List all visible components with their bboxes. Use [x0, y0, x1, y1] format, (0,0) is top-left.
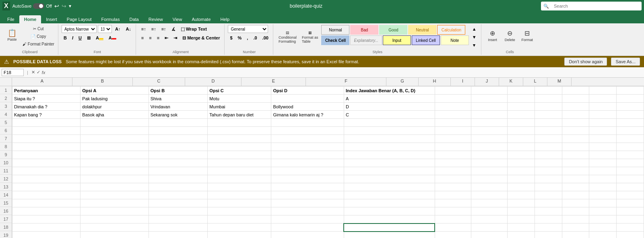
cell-r11-c6[interactable]	[435, 175, 471, 183]
table-row[interactable]	[12, 143, 644, 151]
cell-r6-c9[interactable]	[535, 135, 562, 143]
cell-r18-c5[interactable]	[344, 232, 435, 238]
cell-r12-c9[interactable]	[535, 183, 562, 191]
cell-r17-c7[interactable]	[471, 224, 508, 232]
cell-r18-c11[interactable]	[589, 232, 617, 238]
cell-r4-c8[interactable]	[508, 119, 535, 127]
cell-r16-c6[interactable]	[435, 215, 471, 224]
cell-r6-c10[interactable]	[562, 135, 589, 143]
align-center-button[interactable]: ≡	[147, 34, 153, 42]
table-row[interactable]	[12, 119, 644, 127]
cell-r11-c5[interactable]	[344, 175, 435, 183]
cell-r10-c7[interactable]	[471, 167, 508, 175]
cell-r6-c3[interactable]	[208, 135, 271, 143]
cell-r14-c6[interactable]	[435, 199, 471, 207]
increase-font-button[interactable]: A↑	[113, 25, 122, 33]
cell-r7-c5[interactable]	[344, 143, 435, 151]
cell-r8-c1[interactable]	[80, 151, 149, 159]
cell-r17-c3[interactable]	[208, 224, 271, 232]
cell-r4-c3[interactable]	[208, 119, 271, 127]
cell-r0-c5[interactable]: Index Jawaban Benar (A, B, C, D)	[344, 87, 435, 95]
cell-r0-c9[interactable]	[535, 87, 562, 95]
cell-r2-c7[interactable]	[471, 103, 508, 111]
cell-r9-c12[interactable]	[617, 159, 644, 167]
cell-r6-c8[interactable]	[508, 135, 535, 143]
cell-r8-c12[interactable]	[617, 151, 644, 159]
table-row[interactable]	[12, 127, 644, 135]
cell-r3-c3[interactable]: Tahun depan baru diet	[208, 111, 271, 119]
cell-r2-c6[interactable]	[435, 103, 471, 111]
cell-r9-c4[interactable]	[271, 159, 344, 167]
cell-r6-c7[interactable]	[471, 135, 508, 143]
cell-r17-c8[interactable]	[508, 224, 535, 232]
cell-r8-c7[interactable]	[471, 151, 508, 159]
decrease-indent-button[interactable]: ⇤	[163, 34, 170, 42]
cell-r12-c12[interactable]	[617, 183, 644, 191]
merge-center-button[interactable]: ⊟ Merge & Center	[180, 34, 222, 42]
cell-r0-c7[interactable]	[471, 87, 508, 95]
cell-r3-c4[interactable]: Gimana kalo kemarin aj ?	[271, 111, 344, 119]
cell-r13-c3[interactable]	[208, 191, 271, 199]
cell-r8-c10[interactable]	[562, 151, 589, 159]
table-row[interactable]	[12, 175, 644, 183]
cell-r13-c1[interactable]	[80, 191, 149, 199]
cell-r3-c6[interactable]	[435, 111, 471, 119]
col-header-l[interactable]: L	[523, 78, 547, 86]
col-header-c[interactable]: C	[133, 78, 185, 86]
table-row[interactable]	[12, 191, 644, 199]
cell-r15-c6[interactable]	[435, 207, 471, 215]
cell-r14-c3[interactable]	[208, 199, 271, 207]
cell-r14-c0[interactable]	[12, 199, 80, 207]
paste-button[interactable]: 📋 Paste	[4, 25, 20, 46]
cell-r0-c12[interactable]	[617, 87, 644, 95]
col-header-k[interactable]: K	[499, 78, 523, 86]
style-linked-btn[interactable]: Linked Cell	[412, 35, 440, 45]
cell-r11-c3[interactable]	[208, 175, 271, 183]
cell-r9-c10[interactable]	[562, 159, 589, 167]
table-row[interactable]	[12, 183, 644, 191]
border-button[interactable]: ⊞	[85, 34, 93, 42]
cell-r3-c2[interactable]: Sekarang sok	[149, 111, 208, 119]
cell-r16-c4[interactable]	[271, 215, 344, 224]
cell-r2-c4[interactable]: Bollywood	[271, 103, 344, 111]
cell-r3-c10[interactable]	[562, 111, 589, 119]
table-row[interactable]	[12, 215, 644, 224]
decrease-font-button[interactable]: A↓	[124, 25, 133, 33]
formula-input[interactable]	[47, 70, 642, 75]
cell-r0-c6[interactable]	[435, 87, 471, 95]
cell-r15-c2[interactable]	[149, 207, 208, 215]
cell-r1-c8[interactable]	[508, 95, 535, 103]
cell-r1-c1[interactable]: Pak ladusing	[80, 95, 149, 103]
cell-r0-c2[interactable]: Opsi B	[149, 87, 208, 95]
cell-r7-c3[interactable]	[208, 143, 271, 151]
cell-r17-c11[interactable]	[589, 224, 617, 232]
cell-r18-c6[interactable]	[435, 232, 471, 238]
cell-r14-c8[interactable]	[508, 199, 535, 207]
cell-r10-c9[interactable]	[535, 167, 562, 175]
cell-r18-c7[interactable]	[471, 232, 508, 238]
cell-r15-c1[interactable]	[80, 207, 149, 215]
cell-r1-c10[interactable]	[562, 95, 589, 103]
cell-r2-c9[interactable]	[535, 103, 562, 111]
cell-r11-c7[interactable]	[471, 175, 508, 183]
cell-r15-c3[interactable]	[208, 207, 271, 215]
cell-r13-c7[interactable]	[471, 191, 508, 199]
delete-cells-button[interactable]: ⊖ Delete	[502, 25, 518, 46]
cell-r13-c5[interactable]	[344, 191, 435, 199]
cell-r4-c10[interactable]	[562, 119, 589, 127]
cell-r17-c9[interactable]	[535, 224, 562, 232]
grid[interactable]: PertanyaanOpsi AOpsi BOpsi COpsi DIndex …	[12, 86, 644, 238]
cell-r16-c11[interactable]	[589, 215, 617, 224]
col-header-h[interactable]: H	[419, 78, 451, 86]
cell-r13-c6[interactable]	[435, 191, 471, 199]
increase-indent-button[interactable]: ⇥	[171, 34, 179, 42]
cell-r16-c7[interactable]	[471, 215, 508, 224]
cell-r7-c10[interactable]	[562, 143, 589, 151]
cell-r0-c8[interactable]	[508, 87, 535, 95]
cell-r8-c0[interactable]	[12, 151, 80, 159]
cell-r14-c2[interactable]	[149, 199, 208, 207]
col-header-g[interactable]: G	[386, 78, 419, 86]
tab-view[interactable]: View	[168, 15, 187, 23]
cell-r10-c0[interactable]	[12, 167, 80, 175]
cell-r2-c1[interactable]: dolakhpur	[80, 103, 149, 111]
